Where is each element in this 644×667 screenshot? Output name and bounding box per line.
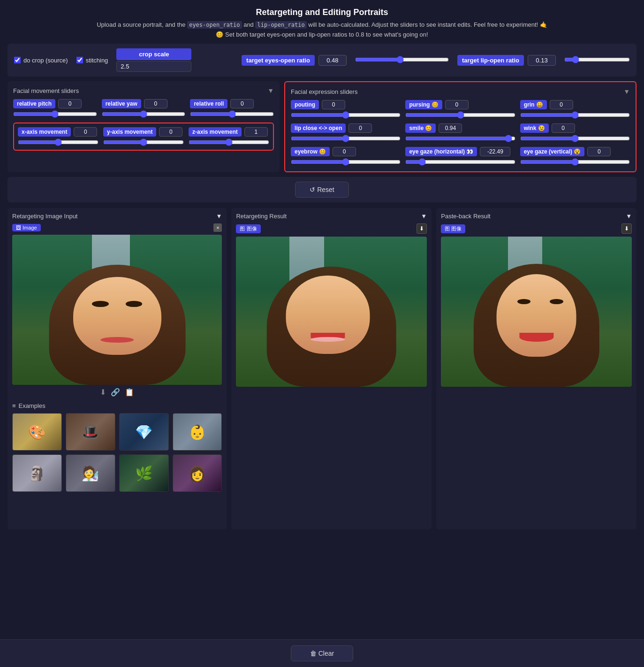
relative-roll-value[interactable]: [230, 99, 254, 108]
input-panel: Retargeting Image Input ▼ 🖼 Image ×: [8, 208, 227, 529]
facial-movement-panel: Facial movement sliders ▼ relative pitch: [8, 81, 280, 172]
pouting-value[interactable]: [322, 100, 345, 109]
eyebrow-slider[interactable]: [291, 158, 401, 166]
lip-close-open-slider[interactable]: [291, 135, 401, 142]
facial-expression-collapse[interactable]: ▼: [623, 88, 630, 95]
grin-value[interactable]: [550, 100, 573, 109]
lip-open-ratio-slider[interactable]: [564, 56, 630, 63]
slider-relative-pitch: relative pitch: [13, 99, 97, 118]
relative-yaw-value[interactable]: [144, 99, 167, 108]
copy-icon[interactable]: 📋: [125, 388, 134, 397]
example-statue[interactable]: 🗿: [12, 454, 62, 492]
slider-relative-yaw: relative yaw: [102, 99, 186, 118]
share-icon[interactable]: 🔗: [111, 388, 120, 397]
eye-gaze-h-value[interactable]: [480, 147, 510, 156]
pursing-slider[interactable]: [405, 111, 515, 119]
z-axis-slider[interactable]: [189, 138, 269, 146]
example-einstein[interactable]: 🧑‍🔬: [66, 454, 115, 492]
input-image-actions: ⬇ 🔗 📋: [12, 388, 222, 397]
lip-close-open-value[interactable]: [349, 123, 372, 133]
grin-label: grin 😄: [520, 100, 547, 109]
relative-pitch-slider[interactable]: [13, 110, 97, 118]
relative-pitch-value[interactable]: [58, 99, 82, 108]
y-axis-value[interactable]: [159, 127, 182, 137]
download-icon[interactable]: ⬇: [100, 388, 106, 397]
result-download-button[interactable]: ⬇: [417, 223, 427, 234]
result-panel-collapse[interactable]: ▼: [421, 213, 427, 220]
slider-z-axis: z-axis movement: [189, 127, 269, 146]
example-mona-lisa[interactable]: 🎨: [12, 413, 62, 451]
pasteback-image: [441, 237, 632, 387]
pasteback-download-button[interactable]: ⬇: [621, 223, 632, 234]
do-crop-checkbox[interactable]: do crop (source): [14, 57, 68, 64]
lip-close-open-label: lip close <-> open: [291, 123, 346, 133]
images-row: Retargeting Image Input ▼ 🖼 Image ×: [8, 208, 636, 529]
eye-gaze-v-slider[interactable]: [520, 158, 630, 166]
crop-scale-input[interactable]: [116, 61, 191, 72]
x-axis-slider[interactable]: [18, 138, 98, 146]
movement-row-2: x-axis movement y-axis movement: [13, 123, 274, 151]
eyes-open-ratio-input[interactable]: [318, 55, 347, 66]
slider-y-axis: y-axis movement: [103, 127, 184, 146]
result-panel-header: Retargeting Result ▼: [236, 213, 427, 220]
slider-eyebrow: eyebrow 😊: [291, 147, 401, 166]
facial-movement-sliders: relative pitch relative yaw: [13, 99, 274, 151]
example-man-hat[interactable]: 🎩: [66, 413, 115, 451]
grin-slider[interactable]: [520, 111, 630, 119]
reset-button[interactable]: ↺ Reset: [295, 182, 349, 198]
eye-gaze-h-label: eye gaze (horizontal) 👀: [405, 147, 477, 156]
eyebrow-value[interactable]: [333, 147, 356, 156]
example-child[interactable]: 👶: [173, 413, 222, 451]
reset-bar: ↺ Reset: [8, 177, 636, 202]
lip-open-ratio-input[interactable]: [528, 55, 556, 66]
z-axis-value[interactable]: [244, 127, 268, 137]
example-pearl-earring[interactable]: 💎: [119, 413, 169, 451]
slider-eye-gaze-h: eye gaze (horizontal) 👀: [405, 147, 515, 166]
eyes-open-ratio-slider[interactable]: [355, 56, 449, 63]
expr-row-2: lip close <-> open smile 😊: [291, 123, 630, 142]
relative-yaw-slider[interactable]: [102, 110, 186, 118]
pouting-label: pouting: [291, 100, 319, 109]
x-axis-value[interactable]: [74, 127, 97, 137]
result-image: [236, 237, 427, 387]
input-close-button[interactable]: ×: [213, 223, 222, 232]
y-axis-slider[interactable]: [103, 138, 184, 146]
examples-title: ≡ Examples: [12, 402, 222, 409]
example-lady2[interactable]: 👩: [173, 454, 222, 492]
pasteback-panel: Paste-back Result ▼ 图 图像 ⬇: [436, 208, 636, 529]
relative-roll-slider[interactable]: [190, 110, 274, 118]
eye-gaze-h-slider[interactable]: [405, 158, 515, 166]
input-image-tag: 🖼 Image: [12, 224, 41, 231]
z-axis-label: z-axis movement: [189, 127, 242, 137]
example-forest-girl[interactable]: 🌿: [119, 454, 169, 492]
wink-value[interactable]: [552, 123, 575, 133]
slider-smile: smile 😊: [405, 123, 515, 142]
input-image: [12, 235, 222, 385]
result-panel: Retargeting Result ▼ 图 图像 ⬇: [231, 208, 432, 529]
eyes-open-ratio-label: target eyes-open ratio: [242, 55, 315, 66]
relative-roll-label: relative roll: [190, 99, 227, 108]
facial-expression-panel: Facial expression sliders ▼ pouting: [284, 81, 636, 172]
pasteback-panel-collapse[interactable]: ▼: [626, 213, 632, 220]
slider-grin: grin 😄: [520, 100, 630, 119]
lip-open-ratio-label: target lip-open ratio: [457, 55, 524, 66]
pursing-value[interactable]: [445, 100, 469, 109]
expr-row-1: pouting pursing 😊 g: [291, 100, 630, 119]
input-panel-collapse[interactable]: ▼: [216, 213, 222, 220]
eye-gaze-v-value[interactable]: [587, 147, 611, 156]
smile-slider[interactable]: [405, 135, 515, 142]
wink-slider[interactable]: [520, 135, 630, 142]
pouting-slider[interactable]: [291, 111, 401, 119]
facial-movement-header: Facial movement sliders ▼: [13, 87, 274, 94]
slider-pursing: pursing 😊: [405, 100, 515, 119]
smile-label: smile 😊: [405, 123, 436, 133]
page-title: Retargeting and Editing Portraits: [8, 8, 636, 17]
facial-movement-collapse[interactable]: ▼: [267, 87, 274, 94]
slider-x-axis: x-axis movement: [18, 127, 98, 146]
controls-bar: do crop (source) stitching crop scale ta…: [8, 44, 636, 77]
clear-button[interactable]: 🗑 Clear: [291, 645, 353, 661]
stitching-checkbox[interactable]: stitching: [76, 57, 108, 64]
smile-value[interactable]: [439, 123, 462, 133]
subtitle: Upload a source portrait, and the eyes-o…: [8, 21, 636, 28]
crop-scale-button[interactable]: crop scale: [116, 48, 191, 60]
